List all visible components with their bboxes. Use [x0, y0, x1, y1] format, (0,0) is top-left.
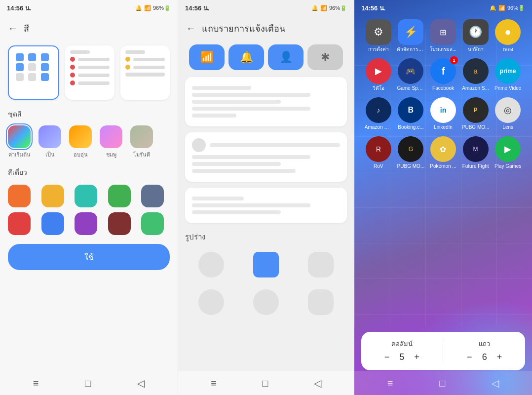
notif-line: [192, 86, 251, 90]
color-darkred[interactable]: [108, 212, 131, 235]
preview-line: [78, 58, 110, 61]
app-amazon[interactable]: a Amazon S...: [461, 58, 490, 91]
shape-circle-item[interactable]: [188, 250, 235, 279]
color-set-warm[interactable]: อบอุ่น: [69, 125, 92, 159]
bluetooth-btn[interactable]: ✱: [307, 44, 343, 70]
color-green[interactable]: [108, 185, 131, 207]
shape-square-item[interactable]: [243, 250, 290, 279]
app-apps[interactable]: ⊞ โปรแกรมส...: [429, 19, 457, 52]
row-value: 6: [482, 352, 487, 362]
preview-card-list-yellow[interactable]: [120, 45, 170, 100]
app-playgames[interactable]: ▶ Play Games: [494, 136, 522, 169]
app-clock[interactable]: 🕐 นาฬิกา: [461, 19, 490, 52]
app-pokemon[interactable]: ✿ Pokémon ...: [429, 136, 457, 169]
shape-circle-item-3[interactable]: [243, 287, 290, 317]
app-video[interactable]: ▶ วิดีโอ: [364, 58, 393, 91]
amazon-icon: a: [463, 58, 489, 84]
linkedin-icon: in: [430, 97, 456, 123]
preview-list-row: [70, 57, 110, 62]
app-flash[interactable]: ⚡ ตัวจัดการโ...: [397, 19, 425, 52]
header-nav-1: ← สี: [0, 16, 178, 40]
home-icon-1[interactable]: □: [85, 378, 91, 389]
color-slate[interactable]: [141, 185, 164, 207]
menu-icon-3[interactable]: ≡: [387, 378, 393, 389]
bluetooth-icon: ✱: [321, 51, 330, 64]
color-circle-plain[interactable]: [38, 125, 61, 148]
home-icon-2[interactable]: □: [262, 378, 268, 389]
back-icon-2[interactable]: ◁: [314, 377, 321, 389]
preview-card-list-red[interactable]: [65, 45, 114, 100]
shape-rounded-item[interactable]: [297, 250, 344, 279]
color-orange[interactable]: [8, 185, 31, 207]
quick-actions: 📶 🔔 👤 ✱: [178, 40, 354, 74]
status-icons-2: 🔔 📶 96%🔋: [311, 5, 347, 11]
shape-rounded-item-2[interactable]: [297, 287, 344, 317]
color-blue[interactable]: [41, 212, 64, 235]
notif-line: [192, 107, 310, 111]
color-set-default[interactable]: ค่าเริ่มต้น: [8, 125, 31, 159]
app-pubg[interactable]: P PUBG MO...: [461, 97, 490, 130]
color-teal[interactable]: [75, 185, 97, 207]
menu-icon-2[interactable]: ≡: [211, 378, 217, 389]
app-gamespace[interactable]: 🎮 Game Space: [397, 58, 425, 91]
color-set-plain[interactable]: เป็น: [38, 125, 61, 159]
app-label-pubg: PUBG MO...: [462, 124, 490, 130]
preview-card-icons[interactable]: [8, 45, 59, 100]
facebook-badge: 1: [450, 56, 458, 64]
color-circle-default[interactable]: [8, 125, 31, 148]
app-prime[interactable]: prime Prime Video: [494, 58, 522, 91]
person-btn[interactable]: 👤: [268, 44, 304, 70]
wifi-toggle-btn[interactable]: 📶: [189, 44, 225, 70]
gamespace-icon: 🎮: [398, 58, 423, 84]
color-set-rose[interactable]: ชมพู: [100, 125, 122, 159]
column-value: 5: [399, 352, 404, 362]
app-linkedin[interactable]: in LinkedIn: [429, 97, 457, 130]
app-lens[interactable]: ◎ Lens: [494, 97, 522, 130]
app-label-clock: นาฬิกา: [468, 46, 484, 52]
app-rov[interactable]: R RoV: [364, 136, 393, 169]
app-facebook[interactable]: f 1 Facebook: [429, 58, 457, 91]
column-controls: − 5 +: [381, 351, 422, 363]
color-circle-rose[interactable]: [100, 125, 122, 148]
shape-circle-item-2[interactable]: [188, 287, 235, 317]
back-icon-3[interactable]: ◁: [492, 377, 499, 389]
row-decrease-btn[interactable]: −: [464, 351, 475, 363]
section-label-sets: ชุดสี: [0, 103, 178, 122]
color-mint[interactable]: [141, 212, 164, 235]
app-futurefight[interactable]: M Future Fight: [461, 136, 490, 169]
column-counter: คอลัมน์ − 5 +: [381, 339, 422, 363]
preview-line: [125, 50, 145, 54]
single-colors-grid: [0, 181, 178, 239]
app-label-pubgmobile: PUBG MO...: [397, 163, 425, 169]
color-purple[interactable]: [75, 212, 97, 235]
home-icon-3[interactable]: □: [439, 378, 445, 389]
back-button-2[interactable]: ←: [186, 23, 196, 34]
row-increase-btn[interactable]: +: [494, 351, 505, 363]
app-booking[interactable]: B Booking.c...: [397, 97, 425, 130]
app-label-lens: Lens: [502, 124, 513, 130]
color-yellow[interactable]: [41, 185, 64, 207]
menu-icon-1[interactable]: ≡: [33, 378, 39, 389]
app-settings[interactable]: ⚙ การตั้งค่า: [364, 19, 393, 52]
filter-btn[interactable]: 🔔: [228, 44, 264, 70]
wifi-icon-2: 📶: [320, 5, 327, 11]
app-amazonmusic[interactable]: ♪ Amazon M...: [364, 97, 393, 130]
color-circle-warm[interactable]: [69, 125, 92, 148]
use-button[interactable]: ใช้: [8, 244, 170, 270]
battery-text-2: 96%🔋: [329, 5, 347, 11]
color-circle-morandi[interactable]: [130, 125, 153, 148]
app-music[interactable]: ● เพลง: [494, 19, 522, 52]
color-set-morandi[interactable]: โมรันดี: [130, 125, 153, 159]
app-label-flash: ตัวจัดการโ...: [397, 46, 424, 52]
color-sets-container: ค่าเริ่มต้น เป็น อบอุ่น ชมพู โมรันดี: [0, 122, 178, 161]
app-pubgmobile[interactable]: G PUBG MO...: [397, 136, 425, 169]
back-icon-1[interactable]: ◁: [137, 377, 145, 389]
color-red[interactable]: [8, 212, 31, 235]
column-increase-btn[interactable]: +: [411, 351, 422, 363]
column-decrease-btn[interactable]: −: [381, 351, 393, 363]
preview-list-row: [125, 65, 165, 70]
pokemon-icon: ✿: [430, 136, 456, 162]
wifi-icon: 📶: [144, 5, 151, 11]
back-button-1[interactable]: ←: [8, 23, 18, 34]
icon-grid: [14, 51, 53, 83]
